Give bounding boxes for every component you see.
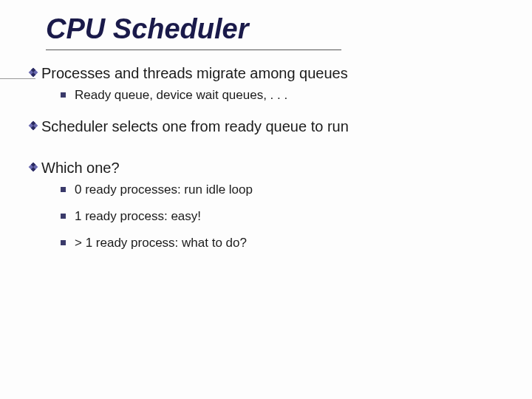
square-bullet-icon [61,214,66,219]
bullet-item: Scheduler selects one from ready queue t… [28,117,510,136]
sub-item: Ready queue, device wait queues, . . . [61,87,510,103]
square-bullet-icon [61,240,66,245]
bullet-item: Processes and threads migrate among queu… [28,64,510,83]
sub-text: 1 ready process: easy! [75,208,201,225]
sub-list: 0 ready processes: run idle loop 1 ready… [61,182,510,251]
diamond-bullet-icon [28,162,38,172]
square-bullet-icon [61,92,66,98]
sub-item: 1 ready process: easy! [61,208,510,225]
slide-title: CPU Scheduler [46,13,510,45]
bullet-text: Scheduler selects one from ready queue t… [41,117,349,136]
diamond-bullet-icon [28,120,38,131]
square-bullet-icon [61,187,66,192]
slide: CPU Scheduler Processes and threads migr… [0,0,532,399]
sub-text: > 1 ready process: what to do? [75,235,247,251]
bullet-text: Processes and threads migrate among queu… [41,64,348,83]
decorative-line [0,78,35,79]
bullet-text: Which one? [41,158,120,177]
sub-list: Ready queue, device wait queues, . . . [61,87,510,103]
sub-item: 0 ready processes: run idle loop [61,182,510,198]
sub-text: Ready queue, device wait queues, . . . [75,87,287,103]
slide-content: Processes and threads migrate among queu… [28,64,510,251]
sub-text: 0 ready processes: run idle loop [75,182,253,198]
bullet-item: Which one? [28,158,510,177]
sub-item: > 1 ready process: what to do? [61,235,510,251]
diamond-bullet-icon [28,67,38,78]
title-underline [46,50,341,50]
